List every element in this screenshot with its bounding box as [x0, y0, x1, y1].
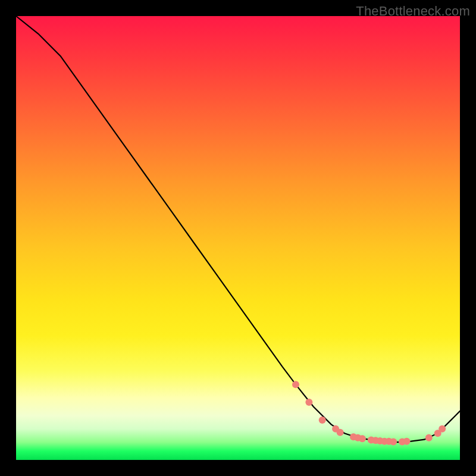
- marker-dot: [439, 425, 446, 433]
- marker-dot: [390, 438, 397, 445]
- curve-markers: [292, 381, 446, 445]
- marker-dot: [425, 434, 433, 441]
- chart-overlay: [16, 16, 460, 460]
- marker-dot: [319, 416, 326, 424]
- marker-dot: [337, 429, 344, 436]
- chart-frame: TheBottleneck.com: [0, 0, 476, 476]
- curve-line: [16, 16, 460, 442]
- marker-dot: [305, 399, 312, 406]
- chart-plot-area: [16, 16, 460, 460]
- marker-dot: [403, 438, 411, 445]
- marker-dot: [359, 435, 366, 442]
- watermark-text: TheBottleneck.com: [356, 4, 470, 19]
- marker-dot: [292, 381, 299, 388]
